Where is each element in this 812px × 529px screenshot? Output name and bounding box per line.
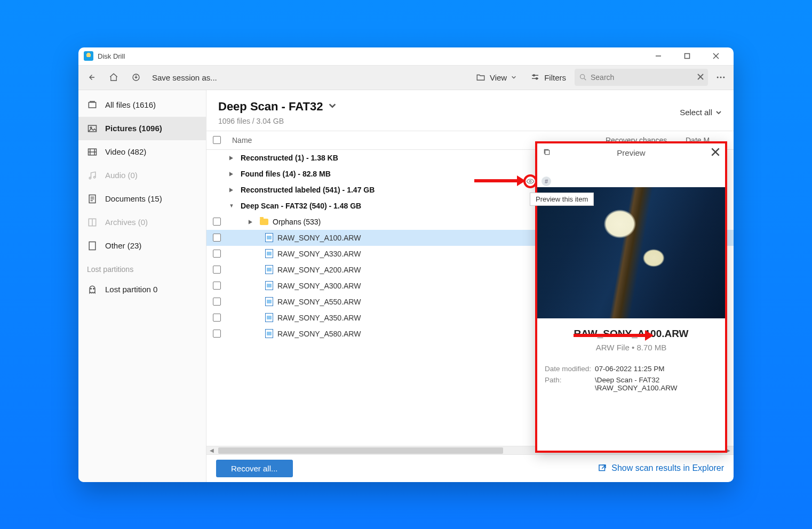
svg-rect-33 bbox=[89, 242, 95, 250]
file-icon bbox=[87, 241, 98, 251]
hex-view-icon[interactable]: # bbox=[542, 177, 551, 186]
image-file-icon bbox=[265, 265, 273, 274]
recover-all-button[interactable]: Recover all... bbox=[216, 460, 293, 477]
annotation-arrow bbox=[574, 329, 654, 342]
app-icon bbox=[84, 51, 93, 61]
music-icon bbox=[87, 170, 98, 181]
svg-rect-17 bbox=[89, 102, 95, 108]
group-label: Found files (14) - 82.8 MB bbox=[241, 170, 331, 178]
ghost-icon bbox=[87, 284, 98, 295]
select-all-label: Select all bbox=[680, 108, 712, 117]
close-window-button[interactable] bbox=[704, 48, 728, 64]
archive-icon bbox=[87, 217, 98, 228]
sidebar-item-video[interactable]: Video (482) bbox=[78, 140, 206, 164]
view-dropdown[interactable]: View bbox=[471, 68, 522, 87]
home-button[interactable] bbox=[104, 68, 123, 87]
pv-path-value-1: \Deep Scan - FAT32 bbox=[595, 376, 718, 384]
clear-search-icon[interactable] bbox=[697, 73, 704, 82]
row-checkbox[interactable] bbox=[213, 314, 221, 322]
image-file-icon bbox=[265, 329, 273, 338]
file-name: RAW_SONY_A580.ARW bbox=[277, 330, 361, 338]
show-in-explorer-link[interactable]: Show scan results in Explorer bbox=[598, 463, 724, 473]
toolbar: Save session as... View Filters bbox=[78, 66, 734, 90]
back-button[interactable] bbox=[82, 68, 101, 87]
svg-rect-1 bbox=[685, 54, 690, 59]
footer: Recover all... Show scan results in Expl… bbox=[206, 454, 734, 482]
sidebar-item-label: Other (23) bbox=[105, 241, 141, 250]
image-icon bbox=[87, 123, 98, 134]
file-name: RAW_SONY_A350.ARW bbox=[277, 314, 361, 322]
more-button[interactable] bbox=[711, 68, 730, 87]
document-icon bbox=[87, 194, 98, 204]
scroll-left-icon[interactable]: ◀ bbox=[208, 446, 216, 455]
file-name: RAW_SONY_A330.ARW bbox=[277, 250, 361, 258]
main-header: Deep Scan - FAT32 1096 files / 3.04 GB S… bbox=[206, 90, 734, 131]
save-session-label[interactable]: Save session as... bbox=[152, 73, 217, 82]
image-file-icon bbox=[265, 297, 273, 306]
row-checkbox[interactable] bbox=[213, 266, 221, 274]
sidebar-item-label: Pictures (1096) bbox=[105, 124, 162, 133]
annotation-arrow bbox=[474, 175, 526, 186]
popout-icon[interactable] bbox=[543, 148, 551, 158]
pv-date-value: 07-06-2022 11:25 PM bbox=[595, 365, 718, 373]
chevron-right-icon[interactable] bbox=[248, 219, 256, 225]
sidebar-item-label: Lost partition 0 bbox=[105, 285, 157, 294]
preview-close-icon[interactable] bbox=[711, 148, 720, 158]
save-session-icon[interactable] bbox=[126, 68, 146, 87]
preview-panel: Preview RAW_SONY_A100.ARW ARW File • 8.7… bbox=[535, 141, 727, 453]
preview-filetype: ARW File • 8.70 MB bbox=[545, 343, 718, 352]
search-box[interactable] bbox=[575, 69, 708, 86]
sidebar-item-all[interactable]: All files (1616) bbox=[78, 93, 206, 117]
film-icon bbox=[87, 147, 98, 157]
row-checkbox[interactable] bbox=[213, 250, 221, 258]
pv-path-key: Path: bbox=[545, 376, 595, 392]
chevron-right-icon[interactable] bbox=[229, 171, 236, 177]
chevron-down-icon bbox=[511, 75, 516, 80]
chevron-right-icon[interactable] bbox=[229, 155, 236, 161]
open-external-icon bbox=[598, 463, 607, 473]
select-all-button[interactable]: Select all bbox=[680, 108, 722, 117]
preview-tooltip: Preview this item bbox=[530, 193, 594, 206]
scroll-thumb[interactable] bbox=[218, 447, 503, 454]
svg-rect-38 bbox=[545, 150, 550, 155]
sidebar-item-other[interactable]: Other (23) bbox=[78, 234, 206, 258]
minimize-button[interactable] bbox=[646, 48, 671, 64]
group-label: Deep Scan - FAT32 (540) - 1.48 GB bbox=[241, 202, 361, 210]
file-name: RAW_SONY_A200.ARW bbox=[277, 266, 361, 274]
image-file-icon bbox=[265, 281, 273, 290]
file-name: RAW_SONY_A300.ARW bbox=[277, 282, 361, 290]
chevron-right-icon[interactable] bbox=[229, 187, 236, 193]
sidebar-item-documents[interactable]: Documents (15) bbox=[78, 187, 206, 211]
row-checkbox[interactable] bbox=[213, 218, 221, 226]
sidebar-item-lost-partition[interactable]: Lost partition 0 bbox=[78, 278, 206, 301]
sidebar-item-pictures[interactable]: Pictures (1096) bbox=[78, 117, 206, 140]
group-label: Reconstructed (1) - 1.38 KB bbox=[241, 154, 338, 162]
svg-point-35 bbox=[93, 288, 94, 289]
image-file-icon bbox=[265, 233, 273, 242]
svg-point-10 bbox=[580, 75, 585, 79]
sidebar-item-label: Audio (0) bbox=[105, 171, 138, 180]
search-icon bbox=[579, 73, 587, 82]
titlebar: Disk Drill bbox=[78, 47, 734, 66]
pv-date-key: Date modified: bbox=[545, 365, 595, 373]
sidebar-item-archives[interactable]: Archives (0) bbox=[78, 211, 206, 234]
row-checkbox[interactable] bbox=[213, 298, 221, 306]
sidebar: All files (1616) Pictures (1096) Video (… bbox=[78, 90, 206, 482]
search-input[interactable] bbox=[591, 73, 694, 82]
preview-image bbox=[537, 187, 725, 318]
window-title: Disk Drill bbox=[98, 52, 125, 60]
group-label: Reconstructed labeled (541) - 1.47 GB bbox=[241, 186, 375, 194]
sidebar-item-audio[interactable]: Audio (0) bbox=[78, 164, 206, 187]
title-dropdown[interactable] bbox=[328, 101, 337, 111]
page-title: Deep Scan - FAT32 bbox=[218, 100, 323, 114]
header-checkbox[interactable] bbox=[213, 136, 221, 144]
chevron-down-icon[interactable] bbox=[229, 203, 236, 209]
row-checkbox[interactable] bbox=[213, 330, 221, 338]
row-checkbox[interactable] bbox=[213, 282, 221, 290]
lost-partitions-header: Lost partitions bbox=[78, 258, 206, 278]
maximize-button[interactable] bbox=[675, 48, 699, 64]
file-name: RAW_SONY_A100.ARW bbox=[277, 234, 361, 242]
filters-button[interactable]: Filters bbox=[525, 68, 571, 87]
sidebar-item-label: Archives (0) bbox=[105, 218, 148, 227]
row-checkbox[interactable] bbox=[213, 234, 221, 242]
